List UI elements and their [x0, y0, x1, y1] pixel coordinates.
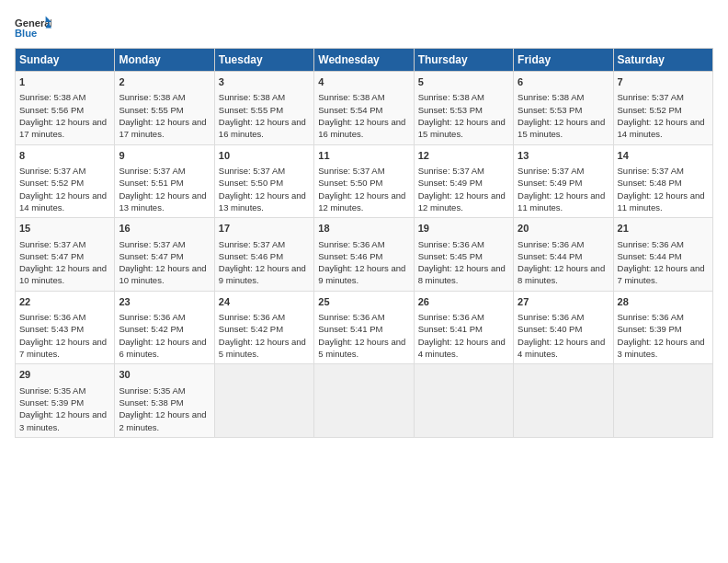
column-header-monday: Monday	[115, 49, 214, 72]
calendar-cell: 22Sunrise: 5:36 AMSunset: 5:43 PMDayligh…	[16, 291, 115, 364]
day-number: 15	[19, 222, 110, 236]
calendar-cell: 10Sunrise: 5:37 AMSunset: 5:50 PMDayligh…	[214, 144, 313, 218]
calendar-cell	[214, 364, 313, 438]
day-info: Sunrise: 5:37 AMSunset: 5:52 PMDaylight:…	[19, 165, 110, 213]
day-info: Sunrise: 5:37 AMSunset: 5:46 PMDaylight:…	[219, 238, 310, 287]
calendar-cell: 30Sunrise: 5:35 AMSunset: 5:38 PMDayligh…	[115, 364, 214, 438]
page-header: General Blue	[15, 15, 713, 40]
day-number: 11	[318, 149, 409, 163]
calendar-week-5: 29Sunrise: 5:35 AMSunset: 5:39 PMDayligh…	[16, 364, 713, 438]
day-info: Sunrise: 5:36 AMSunset: 5:41 PMDaylight:…	[418, 311, 509, 360]
day-number: 20	[518, 222, 609, 236]
day-number: 4	[318, 75, 409, 89]
day-info: Sunrise: 5:38 AMSunset: 5:56 PMDaylight:…	[19, 91, 110, 140]
day-number: 30	[119, 368, 210, 382]
day-info: Sunrise: 5:37 AMSunset: 5:50 PMDaylight:…	[318, 165, 409, 213]
day-info: Sunrise: 5:37 AMSunset: 5:50 PMDaylight:…	[219, 165, 310, 213]
calendar-cell: 8Sunrise: 5:37 AMSunset: 5:52 PMDaylight…	[16, 144, 115, 218]
day-number: 26	[418, 295, 509, 309]
day-info: Sunrise: 5:37 AMSunset: 5:47 PMDaylight:…	[19, 238, 110, 287]
day-number: 16	[119, 222, 210, 236]
calendar-cell: 13Sunrise: 5:37 AMSunset: 5:49 PMDayligh…	[514, 144, 613, 218]
calendar-cell: 3Sunrise: 5:38 AMSunset: 5:55 PMDaylight…	[214, 72, 313, 145]
calendar-cell: 18Sunrise: 5:36 AMSunset: 5:46 PMDayligh…	[314, 218, 414, 292]
day-info: Sunrise: 5:37 AMSunset: 5:49 PMDaylight:…	[518, 165, 609, 213]
calendar-cell: 20Sunrise: 5:36 AMSunset: 5:44 PMDayligh…	[514, 218, 613, 292]
day-number: 7	[618, 75, 709, 89]
calendar-cell: 6Sunrise: 5:38 AMSunset: 5:53 PMDaylight…	[514, 72, 613, 145]
day-info: Sunrise: 5:37 AMSunset: 5:51 PMDaylight:…	[119, 165, 210, 213]
day-info: Sunrise: 5:38 AMSunset: 5:53 PMDaylight:…	[518, 91, 609, 140]
day-number: 6	[518, 75, 609, 89]
calendar-cell: 26Sunrise: 5:36 AMSunset: 5:41 PMDayligh…	[414, 291, 513, 364]
calendar-cell: 23Sunrise: 5:36 AMSunset: 5:42 PMDayligh…	[115, 291, 214, 364]
logo-icon: General Blue	[15, 15, 51, 40]
calendar-cell: 12Sunrise: 5:37 AMSunset: 5:49 PMDayligh…	[414, 144, 513, 218]
day-info: Sunrise: 5:36 AMSunset: 5:46 PMDaylight:…	[318, 238, 409, 287]
calendar-cell: 24Sunrise: 5:36 AMSunset: 5:42 PMDayligh…	[214, 291, 313, 364]
day-info: Sunrise: 5:36 AMSunset: 5:44 PMDaylight:…	[518, 238, 609, 287]
column-header-wednesday: Wednesday	[314, 49, 414, 72]
day-info: Sunrise: 5:36 AMSunset: 5:40 PMDaylight:…	[518, 311, 609, 360]
logo: General Blue	[15, 15, 51, 40]
day-number: 2	[119, 75, 210, 89]
day-number: 28	[618, 295, 709, 309]
day-number: 27	[518, 295, 609, 309]
day-number: 1	[19, 75, 110, 89]
day-number: 23	[119, 295, 210, 309]
calendar-cell: 5Sunrise: 5:38 AMSunset: 5:53 PMDaylight…	[414, 72, 513, 145]
calendar-cell	[414, 364, 513, 438]
day-number: 21	[618, 222, 709, 236]
day-number: 25	[318, 295, 409, 309]
calendar-cell: 15Sunrise: 5:37 AMSunset: 5:47 PMDayligh…	[16, 218, 115, 292]
day-info: Sunrise: 5:36 AMSunset: 5:43 PMDaylight:…	[19, 311, 110, 360]
day-number: 29	[19, 368, 110, 382]
calendar-cell: 25Sunrise: 5:36 AMSunset: 5:41 PMDayligh…	[314, 291, 414, 364]
calendar-cell: 16Sunrise: 5:37 AMSunset: 5:47 PMDayligh…	[115, 218, 214, 292]
day-number: 3	[219, 75, 310, 89]
calendar-cell: 9Sunrise: 5:37 AMSunset: 5:51 PMDaylight…	[115, 144, 214, 218]
calendar-week-2: 8Sunrise: 5:37 AMSunset: 5:52 PMDaylight…	[16, 144, 713, 218]
calendar-header-row: SundayMondayTuesdayWednesdayThursdayFrid…	[16, 49, 713, 72]
column-header-tuesday: Tuesday	[214, 49, 313, 72]
day-info: Sunrise: 5:36 AMSunset: 5:44 PMDaylight:…	[618, 238, 709, 287]
calendar-cell: 1Sunrise: 5:38 AMSunset: 5:56 PMDaylight…	[16, 72, 115, 145]
column-header-saturday: Saturday	[613, 49, 712, 72]
day-number: 14	[618, 149, 709, 163]
day-number: 9	[119, 149, 210, 163]
day-info: Sunrise: 5:37 AMSunset: 5:47 PMDaylight:…	[119, 238, 210, 287]
day-number: 10	[219, 149, 310, 163]
day-info: Sunrise: 5:36 AMSunset: 5:41 PMDaylight:…	[318, 311, 409, 360]
column-header-sunday: Sunday	[16, 49, 115, 72]
day-number: 5	[418, 75, 509, 89]
day-info: Sunrise: 5:37 AMSunset: 5:52 PMDaylight:…	[618, 91, 709, 140]
calendar-week-3: 15Sunrise: 5:37 AMSunset: 5:47 PMDayligh…	[16, 218, 713, 292]
calendar-week-4: 22Sunrise: 5:36 AMSunset: 5:43 PMDayligh…	[16, 291, 713, 364]
calendar-cell: 2Sunrise: 5:38 AMSunset: 5:55 PMDaylight…	[115, 72, 214, 145]
day-info: Sunrise: 5:37 AMSunset: 5:48 PMDaylight:…	[618, 165, 709, 213]
calendar-cell: 27Sunrise: 5:36 AMSunset: 5:40 PMDayligh…	[514, 291, 613, 364]
calendar-cell	[514, 364, 613, 438]
day-number: 19	[418, 222, 509, 236]
day-info: Sunrise: 5:38 AMSunset: 5:55 PMDaylight:…	[219, 91, 310, 140]
day-number: 17	[219, 222, 310, 236]
day-number: 22	[19, 295, 110, 309]
day-number: 24	[219, 295, 310, 309]
day-info: Sunrise: 5:37 AMSunset: 5:49 PMDaylight:…	[418, 165, 509, 213]
day-info: Sunrise: 5:38 AMSunset: 5:53 PMDaylight:…	[418, 91, 509, 140]
calendar-week-1: 1Sunrise: 5:38 AMSunset: 5:56 PMDaylight…	[16, 72, 713, 145]
calendar-cell: 7Sunrise: 5:37 AMSunset: 5:52 PMDaylight…	[613, 72, 712, 145]
svg-text:Blue: Blue	[15, 28, 37, 39]
day-info: Sunrise: 5:36 AMSunset: 5:42 PMDaylight:…	[119, 311, 210, 360]
calendar-cell: 21Sunrise: 5:36 AMSunset: 5:44 PMDayligh…	[613, 218, 712, 292]
calendar-cell: 4Sunrise: 5:38 AMSunset: 5:54 PMDaylight…	[314, 72, 414, 145]
calendar-cell: 28Sunrise: 5:36 AMSunset: 5:39 PMDayligh…	[613, 291, 712, 364]
day-number: 12	[418, 149, 509, 163]
day-info: Sunrise: 5:35 AMSunset: 5:39 PMDaylight:…	[19, 385, 110, 433]
calendar-cell: 17Sunrise: 5:37 AMSunset: 5:46 PMDayligh…	[214, 218, 313, 292]
column-header-friday: Friday	[514, 49, 613, 72]
day-info: Sunrise: 5:38 AMSunset: 5:54 PMDaylight:…	[318, 91, 409, 140]
calendar-cell: 11Sunrise: 5:37 AMSunset: 5:50 PMDayligh…	[314, 144, 414, 218]
calendar-cell	[314, 364, 414, 438]
day-info: Sunrise: 5:35 AMSunset: 5:38 PMDaylight:…	[119, 385, 210, 433]
